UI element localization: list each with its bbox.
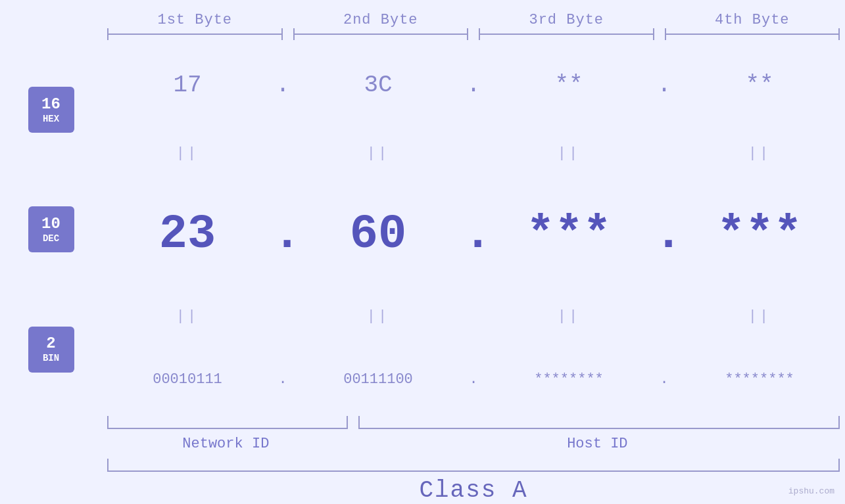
top-bracket-row: [0, 28, 845, 40]
hex-b1: 17: [102, 72, 273, 99]
eq-row-2: || || || ||: [102, 308, 845, 325]
eq-row-1: || || || ||: [102, 145, 845, 162]
content-area: 16 HEX 10 DEC 2 BIN 17 . 3C . ** . **: [0, 47, 845, 413]
dec-data-row: 23 . 60 . *** . ***: [102, 204, 845, 265]
badges-column: 16 HEX 10 DEC 2 BIN: [0, 47, 102, 413]
dec-b2: 60: [293, 208, 464, 262]
eq2-b4: ||: [674, 308, 845, 325]
host-id-label: Host ID: [350, 432, 845, 455]
hex-b2: 3C: [293, 72, 464, 99]
hex-b4: **: [674, 72, 845, 99]
rows-area: 17 . 3C . ** . ** || || || || 23: [102, 47, 845, 413]
bin-dot1: .: [273, 371, 293, 388]
dec-dot2: .: [464, 208, 483, 262]
top-bracket-2: [293, 28, 469, 40]
dec-badge: 10 DEC: [28, 206, 74, 252]
top-bracket-3: [479, 28, 654, 40]
network-id-label: Network ID: [102, 432, 350, 455]
dec-dot3: .: [654, 208, 674, 262]
top-bracket-1: [107, 28, 283, 40]
hex-dot2: .: [464, 72, 483, 99]
dec-badge-label: DEC: [43, 234, 59, 243]
bin-dot3: .: [654, 371, 674, 388]
bin-badge: 2 BIN: [28, 327, 74, 373]
bin-b2: 00111100: [293, 371, 464, 388]
bottom-labels: Network ID Host ID: [102, 432, 845, 455]
bin-badge-number: 2: [46, 336, 55, 352]
eq1-b4: ||: [674, 145, 845, 162]
bin-badge-label: BIN: [43, 354, 59, 363]
hex-b3: **: [483, 72, 654, 99]
hex-dot1: .: [273, 72, 293, 99]
dec-dot1: .: [273, 208, 293, 262]
dec-badge-number: 10: [41, 216, 60, 232]
eq1-b1: ||: [102, 145, 273, 162]
eq2-b3: ||: [483, 308, 654, 325]
eq2-b1: ||: [102, 308, 273, 325]
byte4-header: 4th Byte: [660, 12, 846, 28]
bin-data-row: 00010111 . 00111100 . ******** . *******…: [102, 368, 845, 391]
byte2-header: 2nd Byte: [288, 12, 474, 28]
bin-b1: 00010111: [102, 371, 273, 388]
bottom-brackets: [102, 416, 845, 429]
byte1-header: 1st Byte: [102, 12, 288, 28]
byte3-header: 3rd Byte: [473, 12, 660, 28]
bin-b4: ********: [674, 371, 845, 388]
hex-data-row: 17 . 3C . ** . **: [102, 68, 845, 102]
class-bracket: [107, 459, 840, 472]
bottom-area: Network ID Host ID: [0, 416, 845, 455]
bin-b3: ********: [483, 371, 654, 388]
hex-badge-label: HEX: [43, 114, 59, 124]
class-row: Class A: [0, 459, 845, 504]
dec-b4: ***: [674, 208, 845, 262]
top-bracket-4: [665, 28, 840, 40]
bin-dot2: .: [464, 371, 483, 388]
hex-dot3: .: [654, 72, 674, 99]
dec-b1: 23: [102, 208, 273, 262]
class-label-row: Class A: [102, 477, 845, 504]
main-container: 1st Byte 2nd Byte 3rd Byte 4th Byte 16 H…: [0, 0, 845, 504]
eq1-b2: ||: [293, 145, 464, 162]
class-label: Class A: [419, 477, 527, 504]
byte-headers: 1st Byte 2nd Byte 3rd Byte 4th Byte: [0, 12, 845, 28]
eq2-b2: ||: [293, 308, 464, 325]
dec-b3: ***: [483, 208, 654, 262]
eq1-b3: ||: [483, 145, 654, 162]
hex-badge: 16 HEX: [28, 87, 74, 133]
watermark: ipshu.com: [788, 486, 834, 496]
hex-badge-number: 16: [41, 97, 60, 112]
host-bracket: [358, 416, 840, 429]
network-bracket: [107, 416, 348, 429]
